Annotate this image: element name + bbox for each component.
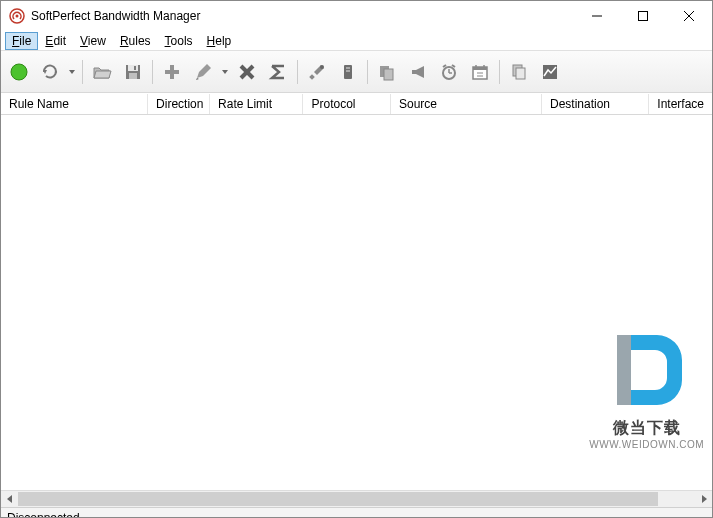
svg-line-30 [452, 65, 455, 67]
chart-icon[interactable] [536, 58, 564, 86]
menu-file[interactable]: File [5, 32, 38, 50]
toolbar-separator [82, 60, 83, 84]
col-rule-name[interactable]: Rule Name [1, 94, 148, 114]
close-button[interactable] [666, 1, 712, 31]
svg-rect-3 [639, 12, 648, 21]
add-icon[interactable] [158, 58, 186, 86]
watermark-text2: WWW.WEIDOWN.COM [589, 439, 704, 450]
window-controls [574, 1, 712, 31]
toolbar-separator [367, 60, 368, 84]
toolbar-separator [499, 60, 500, 84]
alarm-icon[interactable] [435, 58, 463, 86]
svg-marker-15 [197, 64, 211, 78]
connect-icon[interactable] [5, 58, 33, 86]
menu-view[interactable]: View [73, 32, 113, 50]
horizontal-scrollbar[interactable] [1, 490, 712, 507]
status-text: Disconnected [7, 511, 80, 519]
menu-help[interactable]: Help [200, 32, 239, 50]
svg-rect-19 [309, 74, 315, 80]
col-interface[interactable]: Interface [649, 94, 712, 114]
schedule-icon[interactable] [466, 58, 494, 86]
open-icon[interactable] [88, 58, 116, 86]
delete-icon[interactable] [233, 58, 261, 86]
column-headers: Rule Name Direction Rate Limit Protocol … [1, 93, 712, 115]
filter-icon[interactable] [373, 58, 401, 86]
toolbar-separator [297, 60, 298, 84]
menubar: File Edit View Rules Tools Help [1, 31, 712, 51]
toolbar [1, 51, 712, 93]
statusbar: Disconnected [1, 507, 712, 518]
col-destination[interactable]: Destination [542, 94, 649, 114]
svg-rect-40 [617, 335, 631, 405]
svg-rect-32 [473, 67, 487, 70]
col-rate-limit[interactable]: Rate Limit [210, 94, 303, 114]
watermark: 微当下载 WWW.WEIDOWN.COM [589, 325, 704, 450]
svg-rect-25 [384, 69, 393, 80]
svg-rect-12 [134, 66, 136, 70]
announce-icon[interactable] [404, 58, 432, 86]
copy-icon[interactable] [505, 58, 533, 86]
maximize-button[interactable] [620, 1, 666, 31]
refresh-icon[interactable] [36, 58, 64, 86]
window-title: SoftPerfect Bandwidth Manager [31, 9, 574, 23]
svg-point-1 [16, 15, 19, 18]
svg-rect-10 [128, 65, 138, 71]
svg-marker-16 [196, 78, 199, 80]
scroll-thumb[interactable] [18, 492, 658, 506]
scroll-right-button[interactable] [695, 491, 712, 507]
menu-edit[interactable]: Edit [38, 32, 73, 50]
svg-rect-22 [346, 67, 350, 69]
monitor-icon[interactable] [334, 58, 362, 86]
scroll-left-button[interactable] [1, 491, 18, 507]
svg-point-20 [320, 65, 324, 69]
edit-icon[interactable] [189, 58, 217, 86]
watermark-text1: 微当下载 [589, 418, 704, 439]
toolbar-separator [152, 60, 153, 84]
svg-marker-41 [7, 495, 12, 503]
minimize-button[interactable] [574, 1, 620, 31]
rules-list[interactable]: 微当下载 WWW.WEIDOWN.COM [1, 115, 712, 490]
titlebar: SoftPerfect Bandwidth Manager [1, 1, 712, 31]
svg-rect-38 [516, 68, 525, 79]
svg-rect-23 [346, 70, 350, 72]
svg-rect-11 [129, 73, 137, 79]
settings-icon[interactable] [303, 58, 331, 86]
sum-icon[interactable] [264, 58, 292, 86]
edit-dropdown[interactable] [220, 58, 230, 86]
app-icon [9, 8, 25, 24]
refresh-dropdown[interactable] [67, 58, 77, 86]
svg-marker-42 [702, 495, 707, 503]
save-icon[interactable] [119, 58, 147, 86]
svg-line-29 [443, 65, 446, 67]
col-direction[interactable]: Direction [148, 94, 210, 114]
col-protocol[interactable]: Protocol [303, 94, 390, 114]
col-source[interactable]: Source [391, 94, 542, 114]
watermark-logo-icon [597, 325, 697, 415]
svg-rect-14 [165, 70, 179, 74]
menu-rules[interactable]: Rules [113, 32, 158, 50]
scroll-track[interactable] [18, 491, 695, 507]
menu-tools[interactable]: Tools [158, 32, 200, 50]
